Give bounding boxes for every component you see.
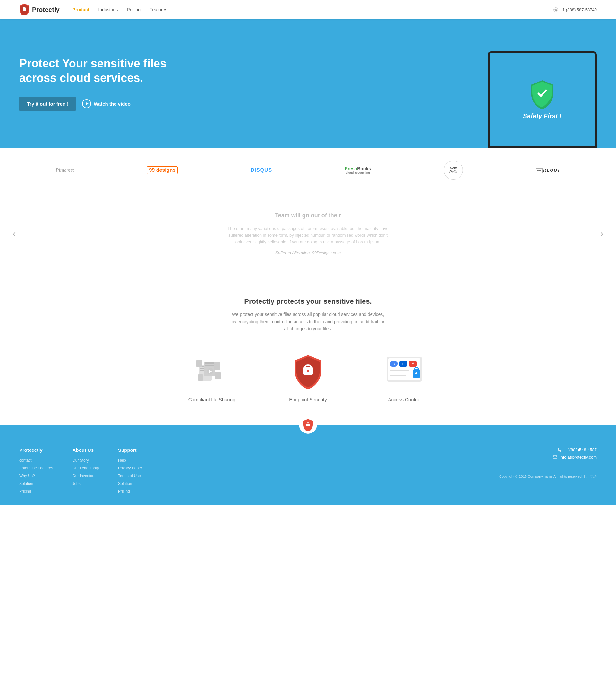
footer-col-support-links: Help Privacy Policy Terms of Use Solutio… bbox=[118, 457, 142, 494]
nav-links: Product Industries Pricing Features bbox=[72, 7, 554, 13]
access-control-icon: G □ M bbox=[385, 352, 423, 391]
svg-rect-14 bbox=[198, 374, 203, 381]
list-item[interactable]: Our Story bbox=[72, 457, 99, 463]
list-item[interactable]: Solution bbox=[118, 480, 142, 486]
features-section: Protectly protects your sensitive files.… bbox=[0, 275, 616, 424]
feature-label-file-sharing: Compliant file Sharing bbox=[176, 397, 247, 402]
nav-item-industries[interactable]: Industries bbox=[98, 7, 118, 13]
footer-copyright: Copyright © 2015.Company name All rights… bbox=[499, 469, 597, 479]
footer-col-about-links: Our Story Our Leadership Our Investors J… bbox=[72, 457, 99, 486]
feature-label-endpoint-security: Endpoint Security bbox=[273, 397, 343, 402]
file-sharing-svg bbox=[194, 354, 229, 389]
footer-phone-icon bbox=[557, 447, 562, 452]
footer-content: Proteectly contact Enterprise Features W… bbox=[19, 447, 597, 496]
footer-email-icon bbox=[553, 455, 557, 459]
testimonial-prev-button[interactable]: ‹ bbox=[13, 229, 16, 239]
svg-point-18 bbox=[307, 370, 309, 372]
nav-item-pricing[interactable]: Pricing bbox=[127, 7, 140, 13]
partner-klout: ≡≡KLOUT bbox=[536, 168, 560, 173]
list-item[interactable]: Our Investors bbox=[72, 473, 99, 478]
svg-text:☎: ☎ bbox=[554, 9, 557, 11]
partners-section: Pinterest 99 designs DISQUS FreshBooks c… bbox=[0, 148, 616, 193]
laptop-screen: Safety First ! bbox=[490, 53, 595, 146]
play-triangle-icon bbox=[86, 102, 89, 105]
feature-label-access-control: Access Control bbox=[369, 397, 440, 402]
list-item[interactable]: Help bbox=[118, 457, 142, 463]
testimonial-title: Team will go out of their bbox=[26, 212, 590, 219]
try-free-button[interactable]: Try it out for free ! bbox=[19, 97, 76, 111]
list-item[interactable]: Terms of Use bbox=[118, 473, 142, 478]
list-item[interactable]: Privacy Policy bbox=[118, 465, 142, 471]
list-item[interactable]: Jobs bbox=[72, 480, 99, 486]
watch-video-button[interactable]: Watch the video bbox=[82, 99, 130, 108]
footer: Proteectly contact Enterprise Features W… bbox=[0, 425, 616, 505]
list-item[interactable]: Pricing bbox=[118, 488, 142, 494]
footer-col-about: About Us Our Story Our Leadership Our In… bbox=[72, 447, 99, 496]
partner-99designs: 99 designs bbox=[147, 166, 178, 174]
features-subtitle: We protect your sensitive files across a… bbox=[231, 311, 385, 332]
file-sharing-icon bbox=[193, 352, 231, 391]
list-item[interactable]: Our Leadership bbox=[72, 465, 99, 471]
svg-text:□: □ bbox=[402, 362, 404, 366]
play-circle-icon bbox=[82, 99, 91, 108]
list-item[interactable]: Solution bbox=[19, 480, 53, 486]
hero-image: Safety First ! bbox=[173, 39, 597, 148]
svg-rect-10 bbox=[205, 365, 214, 366]
footer-col-company-heading: Proteectly bbox=[19, 447, 53, 453]
nav-item-product[interactable]: Product bbox=[72, 7, 89, 13]
footer-col-about-heading: About Us bbox=[72, 447, 99, 453]
testimonial-text: There are many variations of passages of… bbox=[225, 225, 391, 245]
shield-green-icon bbox=[529, 80, 555, 108]
footer-contact: +4(888)548-4587 info[at]protectly.com Co… bbox=[499, 447, 597, 496]
list-item[interactable]: contact bbox=[19, 457, 53, 463]
svg-rect-35 bbox=[553, 456, 557, 458]
footer-col-company-links: contact Enterprise Features Why Us? Solu… bbox=[19, 457, 53, 494]
features-grid: Compliant file Sharing Endpoint Security bbox=[19, 352, 597, 402]
testimonial-next-button[interactable]: › bbox=[600, 229, 603, 239]
endpoint-security-icon bbox=[289, 352, 327, 391]
feature-file-sharing: Compliant file Sharing bbox=[176, 352, 247, 402]
hero-content: Protect Your sensitive files across clou… bbox=[19, 56, 173, 130]
svg-rect-13 bbox=[214, 362, 220, 370]
footer-col-support: Support Help Privacy Policy Terms of Use… bbox=[118, 447, 142, 496]
svg-text:G: G bbox=[392, 362, 395, 366]
navbar: Protectly Product Industries Pricing Fea… bbox=[0, 0, 616, 19]
testimonial-section: ‹ Team will go out of their There are ma… bbox=[0, 193, 616, 275]
partner-pinterest: Pinterest bbox=[56, 167, 74, 173]
features-title: Protectly protects your sensitive files. bbox=[19, 297, 597, 306]
feature-access-control: G □ M Access Control bbox=[369, 352, 440, 402]
footer-shield-icon bbox=[303, 419, 313, 431]
navbar-phone: ☎ +1 (888) 587-58749 bbox=[553, 7, 597, 12]
laptop-mockup: Safety First ! bbox=[488, 51, 597, 148]
endpoint-security-svg bbox=[292, 354, 324, 389]
footer-columns: Proteectly contact Enterprise Features W… bbox=[19, 447, 486, 496]
footer-email: info[at]protectly.com bbox=[499, 455, 597, 459]
footer-col-company: Proteectly contact Enterprise Features W… bbox=[19, 447, 53, 496]
footer-phone: +4(888)548-4587 bbox=[499, 447, 597, 452]
list-item[interactable]: Enterprise Features bbox=[19, 465, 53, 471]
brand[interactable]: Protectly bbox=[19, 4, 60, 15]
nav-item-features[interactable]: Features bbox=[150, 7, 167, 13]
svg-text:M: M bbox=[412, 362, 414, 366]
hero-title: Protect Your sensitive files across clou… bbox=[19, 56, 173, 85]
svg-point-29 bbox=[416, 373, 417, 374]
partner-newrelic: NewRelic bbox=[444, 161, 463, 180]
svg-rect-12 bbox=[196, 360, 202, 367]
svg-rect-15 bbox=[215, 372, 221, 379]
partner-freshbooks: FreshBooks cloud accounting bbox=[345, 166, 371, 174]
footer-logo bbox=[299, 416, 317, 434]
footer-col-support-heading: Support bbox=[118, 447, 142, 453]
testimonial-author: Suffered Alteration, 99Designs.com bbox=[26, 250, 590, 255]
svg-rect-9 bbox=[205, 362, 214, 364]
feature-endpoint-security: Endpoint Security bbox=[273, 352, 343, 402]
list-item[interactable]: Why Us? bbox=[19, 473, 53, 478]
partner-disqus: DISQUS bbox=[250, 167, 272, 173]
access-control-svg: G □ M bbox=[385, 355, 423, 387]
brand-name: Protectly bbox=[32, 6, 60, 14]
phone-icon: ☎ bbox=[553, 7, 558, 12]
brand-logo-icon bbox=[19, 4, 29, 15]
safety-text: Safety First ! bbox=[523, 112, 562, 120]
hero-buttons: Try it out for free ! Watch the video bbox=[19, 97, 173, 111]
hero-section: Protect Your sensitive files across clou… bbox=[0, 19, 616, 148]
list-item[interactable]: Pricing bbox=[19, 488, 53, 494]
